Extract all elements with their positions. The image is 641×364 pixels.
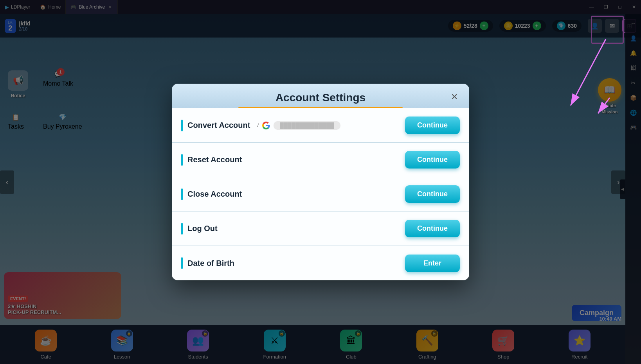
modal-title-underline [238, 107, 403, 108]
pink-arrow-annotation [559, 90, 614, 129]
close-account-row: Close Account Continue [172, 177, 469, 212]
logout-row: Log Out Continue [172, 212, 469, 246]
reset-account-label: Reset Account [187, 155, 405, 164]
logout-label: Log Out [187, 224, 405, 233]
close-account-label: Close Account [187, 190, 405, 199]
google-icon [262, 121, 270, 130]
dob-row: Date of Birth Enter [172, 246, 469, 280]
dob-enter-button[interactable]: Enter [405, 255, 460, 272]
reset-account-continue-button[interactable]: Continue [405, 151, 460, 169]
modal-overlay: Account Settings ✕ Convert Account / [0, 0, 641, 364]
arrow-annotation [484, 27, 641, 145]
convert-account-continue-button[interactable]: Continue [405, 117, 460, 134]
convert-account-row: Convert Account / ██████████████ [172, 108, 469, 143]
account-info: / ██████████████ [257, 121, 340, 130]
row-bar-logout [181, 223, 183, 235]
modal-header: Account Settings ✕ [172, 84, 469, 108]
dob-label: Date of Birth [187, 259, 405, 268]
modal-title: Account Settings [184, 91, 457, 107]
convert-account-label: Convert Account / ██████████████ [187, 121, 405, 130]
modal-body: Convert Account / ██████████████ [172, 108, 469, 280]
logout-continue-button[interactable]: Continue [405, 220, 460, 237]
svg-line-3 [571, 39, 606, 106]
row-bar-convert [181, 120, 183, 131]
svg-line-1 [598, 98, 610, 113]
close-account-continue-button[interactable]: Continue [405, 185, 460, 203]
account-settings-modal: Account Settings ✕ Convert Account / [172, 84, 469, 280]
row-bar-reset [181, 154, 183, 166]
reset-account-row: Reset Account Continue [172, 143, 469, 177]
account-email: ██████████████ [274, 121, 340, 130]
row-bar-dob [181, 257, 183, 269]
modal-close-button[interactable]: ✕ [447, 90, 461, 104]
row-bar-close [181, 188, 183, 200]
